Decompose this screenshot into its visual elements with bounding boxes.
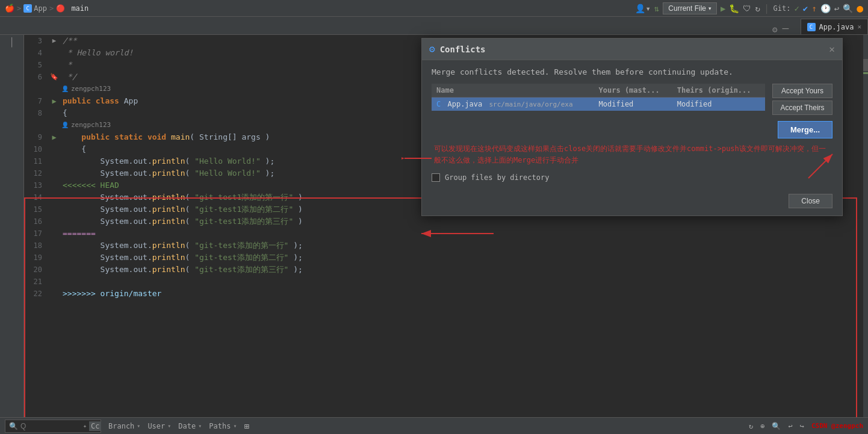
bookmark-status-icon[interactable]: ⊕ (760, 422, 764, 430)
dialog-header: ⚙ Conflicts ✕ (422, 39, 842, 60)
annotation-text: 可以发现现在这块代码变成这样如果点击close关闭的话就需要手动修改文件并com… (432, 143, 832, 166)
paths-dropdown-icon[interactable]: ▾ (233, 423, 237, 429)
user-label: User (147, 422, 165, 430)
group-files-row: Group files by directory (432, 173, 832, 182)
dialog-close-button[interactable]: ✕ (829, 43, 835, 55)
code-line: 21 (24, 276, 863, 288)
git-check2-icon[interactable]: ✔ (803, 4, 808, 13)
editor-area: │ 3 ▶ /** 4 * Hello world! 5 * (0, 35, 868, 417)
user-icon[interactable]: 👤▾ (635, 4, 650, 13)
status-right: ↻ ⊕ 🔍 ↩ ↪ CSDN @zengpch (749, 422, 863, 430)
top-bar: 🍎 > C App > 🔴 main 👤▾ ⇅ Current File ▾ ▶… (0, 0, 868, 17)
refresh-icon[interactable]: ↻ (749, 422, 753, 430)
file-icon: C (436, 100, 441, 108)
accept-theirs-button[interactable]: Accept Theirs (772, 101, 832, 115)
bookmark-icon[interactable]: 🔖 (50, 71, 58, 83)
debug-icon[interactable]: 🐛 (729, 4, 739, 13)
line-content: System.out.println( "git-test1添加的第三行" ) (60, 215, 863, 228)
date-dropdown-icon[interactable]: ▾ (198, 423, 202, 429)
search-icon-status: 🔍 (9, 422, 18, 430)
paths-status-item[interactable]: Paths ▾ (209, 422, 237, 430)
tab-close-button[interactable]: ✕ (857, 23, 861, 31)
undo-status-icon[interactable]: ↩ (788, 422, 792, 430)
group-files-label: Group files by directory (445, 173, 549, 182)
line-number: 11 (24, 155, 48, 167)
branch-label: Branch (108, 422, 134, 430)
redo-status-icon[interactable]: ↪ (800, 422, 804, 430)
search-input[interactable] (20, 422, 81, 430)
code-line: 17 ======= (24, 228, 863, 240)
merge-button[interactable]: Merge... (778, 121, 832, 138)
tab-app-java[interactable]: C App.java ✕ (801, 19, 868, 34)
dialog-description: Merge conflicts detected. Resolve them b… (432, 67, 832, 76)
git-check-icon[interactable]: ✓ (794, 4, 799, 13)
git-indicator (863, 72, 868, 74)
search-icon[interactable]: 🔍 (843, 4, 853, 13)
minimize-icon[interactable]: — (782, 22, 789, 34)
breadcrumb-sep2: > (49, 4, 54, 13)
close-button[interactable]: Close (789, 194, 832, 208)
apple-icon[interactable]: 🍎 (5, 4, 14, 13)
coverage-icon[interactable]: 🛡 (743, 4, 751, 13)
scrollbar-thumb[interactable] (863, 59, 868, 71)
branch-dropdown-icon[interactable]: ▾ (137, 423, 140, 429)
code-line: 19 System.out.println( "git-test添加的第二行" … (24, 252, 863, 264)
dialog-footer: Close (422, 189, 842, 215)
git-label: Git: (773, 4, 791, 13)
current-file-button[interactable]: Current File ▾ (663, 2, 717, 14)
breadcrumb-main[interactable]: 🔴 main (56, 4, 88, 13)
run-arrow-icon2[interactable]: ▶ (52, 131, 56, 143)
fold-icon[interactable]: ▶ (52, 35, 57, 47)
file-name-cell: C App.java src/main/java/org/exa (432, 98, 594, 111)
commit-icon[interactable]: ⊞ (244, 421, 249, 431)
dialog-actions: Accept Yours Accept Theirs (772, 84, 832, 115)
user-dropdown-icon[interactable]: ▾ (167, 423, 171, 429)
vcs-icon[interactable]: ⇅ (654, 4, 659, 13)
git-clock-icon[interactable]: 🕐 (820, 4, 831, 13)
breadcrumb-app[interactable]: C App (23, 4, 47, 13)
col-yours: Yours (mast... (594, 84, 672, 98)
line-number: 9 (24, 131, 48, 143)
blame-user-icon: 👤 (61, 83, 69, 95)
conflict-table: Name Yours (mast... Theirs (origin... C … (432, 84, 765, 111)
sidebar-top-icon: │ (9, 37, 14, 47)
git-undo-icon[interactable]: ↩ (834, 4, 839, 13)
notification-icon[interactable]: ● (857, 2, 863, 14)
top-bar-left: 🍎 > C App > 🔴 main (5, 4, 630, 13)
user-status-item[interactable]: User ▾ (147, 422, 171, 430)
line-number: 20 (24, 264, 48, 276)
line-number: 3 (24, 35, 48, 47)
git-push-icon[interactable]: ↑ (811, 4, 816, 13)
dialog-body: Merge conflicts detected. Resolve them b… (422, 60, 842, 189)
search-status-icon[interactable]: 🔍 (772, 422, 781, 430)
line-number: 21 (24, 276, 48, 288)
accept-yours-button[interactable]: Accept Yours (772, 84, 832, 98)
search-box[interactable]: 🔍 ✦ Cc (5, 420, 101, 433)
sync-icon[interactable]: ↻ (755, 4, 760, 13)
line-content: ======= (60, 228, 863, 240)
dialog-title: Conflicts (440, 45, 486, 54)
settings-icon[interactable]: ⚙ (772, 25, 777, 34)
line-number: 14 (24, 191, 48, 203)
dialog-icon: ⚙ (429, 43, 435, 55)
conflict-file-row[interactable]: C App.java src/main/java/org/exa Modifie… (432, 98, 765, 111)
blame-user-icon2: 👤 (61, 119, 69, 131)
group-files-checkbox[interactable] (432, 173, 440, 182)
run-icon[interactable]: ▶ (721, 4, 725, 13)
run-arrow-icon[interactable]: ▶ (52, 95, 56, 107)
line-number: 15 (24, 203, 48, 215)
cc-label[interactable]: Cc (89, 421, 101, 431)
code-line: 22 >>>>>>> origin/master (24, 288, 863, 300)
regex-icon[interactable]: ✦ (83, 423, 87, 429)
line-content: System.out.println( "git-test添加的第三行" ); (60, 264, 863, 276)
paths-label: Paths (209, 422, 231, 430)
table-actions-row: Name Yours (mast... Theirs (origin... C … (432, 84, 832, 115)
editor-scrollbar[interactable] (863, 35, 868, 417)
date-status-item[interactable]: Date ▾ (178, 422, 202, 430)
line-number: 16 (24, 215, 48, 228)
line-content: >>>>>>> origin/master (60, 288, 863, 300)
line-number: 7 (24, 95, 48, 107)
line-number: 17 (24, 228, 48, 240)
annotation-container: 可以发现现在这块代码变成这样如果点击close关闭的话就需要手动修改文件并com… (432, 143, 832, 166)
branch-status-item[interactable]: Branch ▾ (108, 422, 140, 430)
